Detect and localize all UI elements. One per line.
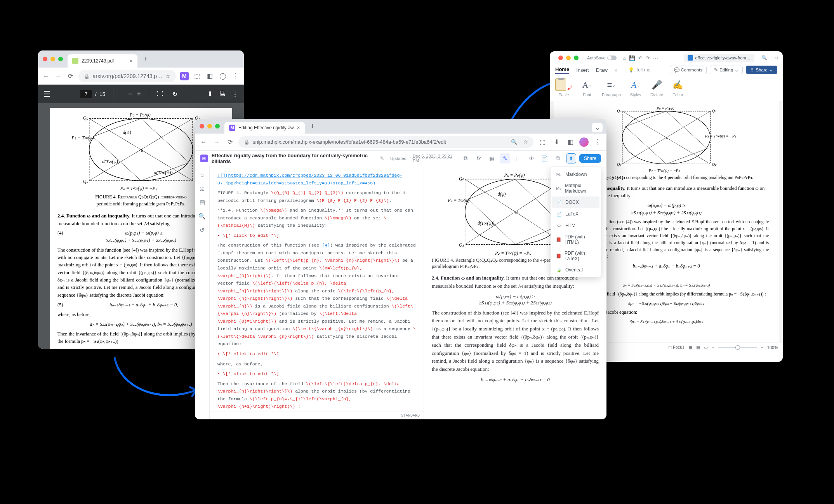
bookmark-icon[interactable]: ☆ bbox=[523, 139, 528, 145]
mathpix-extension-icon[interactable]: M bbox=[180, 71, 189, 81]
extensions-icon[interactable]: ⬚ bbox=[193, 71, 202, 81]
reload-button[interactable]: ⟳ bbox=[66, 71, 74, 81]
ribbon-dictate-group[interactable]: 🎤 Dictate bbox=[650, 79, 663, 97]
minimize-window-button[interactable] bbox=[566, 56, 571, 60]
pdf-sidebar-toggle-icon[interactable]: ☰ bbox=[43, 89, 50, 99]
close-tab-icon[interactable]: × bbox=[297, 125, 300, 131]
close-window-button[interactable] bbox=[43, 57, 47, 61]
autosave-toggle[interactable]: AutoSave bbox=[587, 56, 617, 60]
export-html[interactable]: <>HTML bbox=[552, 220, 599, 231]
menu-home[interactable]: Home bbox=[555, 66, 569, 74]
save-icon[interactable]: 💾 bbox=[629, 55, 635, 61]
maximize-window-button[interactable] bbox=[215, 124, 220, 129]
click-to-edit-placeholder[interactable]: \[* click to edit *\] bbox=[223, 371, 279, 376]
focus-mode-button[interactable]: ◻ Focus bbox=[668, 345, 685, 350]
search-icon[interactable]: 🔍 bbox=[198, 212, 207, 221]
zoom-out-button[interactable]: − bbox=[712, 345, 714, 350]
tell-me-search[interactable]: 💡 Tell me bbox=[628, 67, 650, 73]
table-icon[interactable]: ▦ bbox=[487, 153, 497, 163]
comments-button[interactable]: 💬Comments bbox=[670, 66, 707, 74]
address-bar[interactable]: arxiv.org/pdf/2209.12743.p… ☆ bbox=[78, 70, 176, 82]
more-qat-icon[interactable]: ⋯ bbox=[653, 55, 658, 61]
paintbrush-icon[interactable]: 🖌 bbox=[567, 85, 572, 91]
outline-icon[interactable]: ▤ bbox=[198, 198, 207, 207]
menu-more-icon[interactable]: » bbox=[615, 67, 617, 73]
view-print-icon[interactable]: ▦ bbox=[688, 345, 692, 350]
editing-mode-button[interactable]: ✎Editing ⌄ bbox=[710, 66, 743, 74]
home-icon[interactable]: ⌂ bbox=[623, 55, 626, 61]
pdf-more-icon[interactable]: ⋮ bbox=[232, 90, 238, 98]
export-latex[interactable]: 📄LaTeX bbox=[552, 208, 599, 220]
search-icon[interactable]: 🔍 bbox=[511, 139, 517, 145]
ribbon-font-group[interactable]: A⌄ Font bbox=[581, 79, 593, 97]
reload-button[interactable]: ⟳ bbox=[225, 137, 235, 147]
zoom-level[interactable]: 100% bbox=[767, 345, 778, 350]
copy-icon[interactable]: ⧉ bbox=[553, 153, 563, 163]
profile-icon[interactable]: ◯ bbox=[218, 71, 227, 81]
forward-button[interactable]: → bbox=[54, 71, 62, 81]
download-icon[interactable]: ⬇ bbox=[207, 90, 213, 98]
profile-avatar[interactable] bbox=[579, 137, 589, 147]
view-read-icon[interactable]: ▭ bbox=[704, 345, 708, 350]
edit-title-icon[interactable]: ✎ bbox=[380, 156, 384, 161]
close-tab-icon[interactable]: × bbox=[130, 58, 133, 64]
edit-mode-icon[interactable]: ✎ bbox=[500, 153, 510, 163]
document-title-chip[interactable]: effective-rigidity-away-from… bbox=[684, 54, 754, 62]
click-to-edit-placeholder[interactable]: \[* click to edit *\] bbox=[223, 351, 279, 356]
image-link[interactable]: ![](https://cdn.mathpix.com/cropped/2023… bbox=[217, 173, 402, 186]
home-icon[interactable]: ⌂ bbox=[198, 170, 207, 179]
pdf-page-input[interactable] bbox=[80, 90, 92, 98]
pdf-export-icon[interactable]: 📄 bbox=[540, 153, 550, 163]
back-button[interactable]: ← bbox=[199, 137, 208, 147]
maximize-window-button[interactable] bbox=[58, 57, 63, 61]
new-tab-button[interactable]: + bbox=[140, 54, 151, 64]
maximize-window-button[interactable] bbox=[574, 56, 579, 60]
word-profile-icon[interactable]: ☺ bbox=[774, 55, 779, 61]
chrome-menu-icon[interactable]: ⋮ bbox=[592, 137, 603, 147]
collapse-tabs-icon[interactable]: ⌄ bbox=[592, 123, 603, 132]
menu-draw[interactable]: Draw bbox=[596, 67, 608, 73]
ribbon-paragraph-group[interactable]: ≡⌄ Paragraph bbox=[602, 79, 621, 97]
zoom-in-button[interactable]: + bbox=[137, 90, 141, 98]
back-button[interactable]: ← bbox=[42, 71, 50, 81]
minimize-window-button[interactable] bbox=[207, 124, 212, 129]
share-button[interactable]: ⇪Share ⌄ bbox=[746, 66, 777, 74]
forward-button[interactable]: → bbox=[212, 137, 221, 147]
zoom-in-button[interactable]: + bbox=[761, 345, 763, 350]
export-button[interactable]: ⬆ bbox=[566, 153, 576, 163]
rotate-icon[interactable]: ↻ bbox=[172, 90, 177, 98]
address-bar[interactable]: snip.mathpix.com/mathpix-example/notes/f… bbox=[238, 136, 533, 148]
export-docx[interactable]: 📄DOCX bbox=[552, 196, 599, 208]
undo-icon[interactable]: ↶ bbox=[638, 55, 643, 61]
share-button[interactable]: Share bbox=[579, 154, 601, 163]
menu-insert[interactable]: Insert bbox=[576, 67, 589, 73]
export-pdf-html[interactable]: 📕PDF (with HTML) bbox=[552, 231, 599, 248]
search-icon[interactable]: 🔍 bbox=[761, 55, 767, 61]
side-panel-icon[interactable]: ◧ bbox=[205, 71, 214, 81]
history-icon[interactable]: ↺ bbox=[198, 226, 207, 235]
fit-page-icon[interactable]: ⛶ bbox=[157, 90, 163, 97]
extensions-icon[interactable]: ⬚ bbox=[537, 137, 547, 147]
export-mathpix-markdown[interactable]: M↓Mathpix Markdown bbox=[552, 180, 599, 196]
split-view-icon[interactable]: ◫ bbox=[513, 153, 523, 163]
markdown-editor[interactable]: ![](https://cdn.mathpix.com/cropped/2023… bbox=[210, 166, 424, 419]
export-pdf-latex[interactable]: 📕PDF (with LaTeX) bbox=[552, 248, 599, 264]
side-panel-icon[interactable]: ◧ bbox=[565, 137, 575, 147]
click-to-edit-placeholder[interactable]: \[* click to edit *\] bbox=[223, 233, 279, 238]
chrome-menu-icon[interactable]: ⋮ bbox=[231, 71, 240, 81]
preview-icon[interactable]: 👁 bbox=[526, 153, 537, 163]
new-tab-button[interactable]: + bbox=[307, 121, 318, 132]
export-markdown[interactable]: M↓Markdown bbox=[552, 169, 599, 180]
zoom-slider[interactable] bbox=[718, 347, 757, 348]
close-window-button[interactable] bbox=[558, 56, 563, 60]
minimize-window-button[interactable] bbox=[50, 57, 55, 61]
ribbon-editor-group[interactable]: ✍ Editor bbox=[672, 79, 684, 97]
rendered-preview[interactable]: M↓Markdown M↓Mathpix Markdown 📄DOCX 📄LaT… bbox=[424, 166, 606, 419]
browser-tab[interactable]: M Editing Effective rigidity aw × bbox=[224, 122, 305, 134]
ribbon-styles-group[interactable]: A⌄ Styles bbox=[629, 79, 642, 97]
browser-tab[interactable]: 2209.12743.pdf × bbox=[68, 54, 137, 68]
files-icon[interactable]: 🗂 bbox=[198, 184, 207, 193]
close-window-button[interactable] bbox=[200, 124, 204, 129]
snip-capture-icon[interactable]: ⧉ bbox=[460, 153, 471, 163]
print-icon[interactable]: 🖶 bbox=[219, 90, 226, 98]
